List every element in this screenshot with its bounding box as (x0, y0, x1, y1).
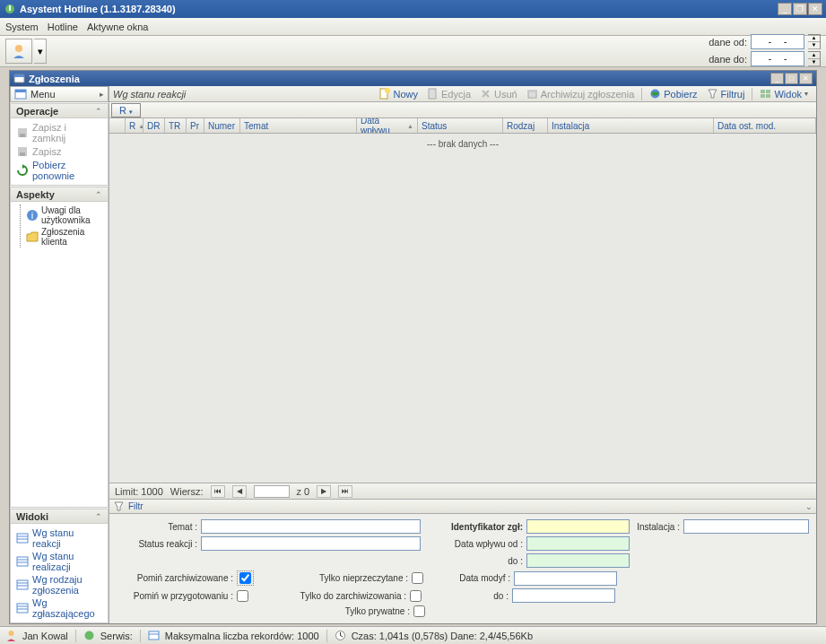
op-save[interactable]: Zapisz (13, 144, 106, 159)
sidebar-menu-label: Menu (30, 89, 100, 100)
status-service: Serwis: (100, 631, 133, 641)
minimize-button[interactable]: _ (778, 3, 792, 15)
col-selector[interactable] (109, 118, 126, 133)
filter-pomin-przyg-checkbox[interactable] (237, 590, 248, 602)
status-time: Czas: 1,041s (0,578s) Dane: 2,4/45,56Kb (352, 631, 533, 641)
app-icon (4, 3, 16, 15)
aspect-client-tickets[interactable]: Zgłoszenia klienta (24, 226, 106, 248)
col-dr[interactable]: DR (143, 118, 165, 133)
svg-point-26 (385, 88, 390, 93)
sub-minimize-button[interactable]: _ (770, 73, 784, 84)
aspect-user-notes[interactable]: i Uwagi dla użytkownika (24, 205, 106, 226)
col-status[interactable]: Status (418, 118, 503, 133)
col-data-mod[interactable]: Data ost. mod. (714, 118, 816, 133)
r-toggle-button[interactable]: R ▾ (111, 103, 141, 117)
filter-id-input[interactable] (526, 519, 630, 534)
globe-icon (649, 88, 661, 100)
page-row-input[interactable] (254, 485, 290, 498)
filter-pomin-arch-checkbox[interactable] (239, 572, 251, 584)
date-from-spinner[interactable]: ▲▼ (808, 34, 821, 49)
section-header-aspekty[interactable]: Aspekty ⌃ (11, 187, 108, 202)
filter-wplywu-od-input[interactable] (526, 536, 630, 551)
delete-icon (480, 88, 491, 100)
menu-windows[interactable]: Aktywne okna (87, 22, 148, 32)
close-button[interactable]: ✕ (808, 3, 822, 15)
info-icon: i (26, 209, 39, 222)
svg-rect-34 (766, 94, 770, 98)
svg-rect-29 (527, 90, 537, 92)
collapse-icon: ⌃ (95, 107, 102, 116)
tb-edit[interactable]: Edycja (422, 86, 475, 101)
filter-header[interactable]: Filtr ⌄ (109, 499, 816, 514)
section-operacje: Operacje ⌃ Zapisz i zamknij Zapisz Pobie… (10, 103, 109, 186)
r-toggle-row: R ▾ (109, 102, 816, 118)
filter-tylko-pryw-checkbox[interactable] (413, 605, 425, 617)
svg-rect-8 (20, 134, 25, 137)
col-instalacja[interactable]: Instalacja (548, 118, 714, 133)
view-type[interactable]: Wg rodzaju zgłoszenia (13, 573, 106, 596)
date-to-spinner[interactable]: ▲▼ (808, 51, 821, 66)
svg-rect-32 (766, 90, 770, 93)
tb-delete[interactable]: Usuń (475, 86, 522, 101)
filter-tylko-doarch-checkbox[interactable] (410, 590, 422, 602)
tb-filter[interactable]: Filtruj (702, 86, 750, 101)
sub-close-button[interactable]: ✕ (799, 73, 813, 84)
svg-rect-4 (14, 74, 24, 77)
col-r[interactable]: R (126, 118, 143, 133)
view-realization[interactable]: Wg stanu realizacji (13, 550, 106, 573)
tb-new[interactable]: Nowy (374, 86, 422, 101)
window-title: Asystent Hotline (1.1.3187.28340) (20, 4, 778, 14)
user-dropdown-button[interactable]: ▾ (34, 39, 47, 64)
filter-panel: Temat : Identyfikator zgł: Instalacja : … (109, 514, 816, 623)
sidebar-menu-button[interactable]: Menu ▸ (10, 86, 109, 102)
col-tr[interactable]: TR (165, 118, 187, 133)
filter-wplywu-do-input[interactable] (526, 553, 630, 568)
section-header-widoki[interactable]: Widoki ⌃ (11, 509, 108, 524)
col-temat[interactable]: Temat (240, 118, 357, 133)
op-reload[interactable]: Pobierz ponownie (13, 159, 106, 182)
subwindow-title: Zgłoszenia (29, 74, 770, 84)
filter-temat-input[interactable] (201, 519, 421, 534)
svg-rect-19 (17, 580, 28, 589)
sub-maximize-button[interactable]: □ (785, 73, 798, 84)
filter-tylko-nieprz-checkbox[interactable] (412, 572, 423, 584)
col-pr[interactable]: Pr (187, 118, 204, 133)
svg-rect-33 (761, 94, 765, 98)
data-grid[interactable]: --- brak danych --- (109, 134, 816, 483)
tb-fetch[interactable]: Pobierz (645, 86, 701, 101)
svg-rect-1 (9, 5, 11, 11)
filter-modyf-do-input[interactable] (512, 588, 615, 603)
tb-archive[interactable]: Archiwizuj zgłoszenia (522, 86, 639, 101)
list-icon (16, 579, 29, 591)
section-header-operacje[interactable]: Operacje ⌃ (11, 104, 108, 118)
chevron-down-icon[interactable]: ⌄ (805, 502, 813, 511)
col-rodzaj[interactable]: Rodzaj (503, 118, 548, 133)
clock-icon (335, 630, 346, 641)
archive-icon (526, 88, 538, 100)
filter-modyf-od-input[interactable] (514, 571, 617, 586)
menu-hotline[interactable]: Hotline (48, 22, 78, 32)
page-first-button[interactable]: ⏮ (211, 485, 225, 498)
tb-view[interactable]: Widok ▾ (755, 86, 813, 101)
restore-button[interactable]: ❐ (793, 3, 807, 15)
edit-icon (427, 88, 439, 100)
page-next-button[interactable]: ▶ (317, 485, 331, 498)
page-prev-button[interactable]: ◀ (232, 485, 247, 498)
user-icon (5, 630, 17, 641)
date-from-label: dane od: (702, 37, 747, 48)
col-numer[interactable]: Numer (204, 118, 240, 133)
col-data-wplywu[interactable]: Data wpływu (357, 118, 418, 133)
page-last-button[interactable]: ⏭ (338, 485, 352, 498)
date-from-input[interactable] (751, 34, 804, 49)
menu-system[interactable]: System (5, 22, 39, 32)
view-reaction[interactable]: Wg stanu reakcji (13, 527, 106, 550)
op-save-close[interactable]: Zapisz i zamknij (13, 121, 106, 144)
column-headers: R DR TR Pr Numer Temat Data wpływu Statu… (109, 118, 816, 134)
filter-instalacja-input[interactable] (683, 519, 809, 534)
folder-icon (26, 231, 39, 243)
status-maxrec: Maksymalna liczba rekordów: 1000 (165, 631, 319, 641)
user-button[interactable] (5, 39, 32, 64)
filter-status-input[interactable] (201, 536, 421, 551)
date-to-input[interactable] (751, 51, 804, 66)
view-reporter[interactable]: Wg zgłaszającego (13, 596, 106, 620)
